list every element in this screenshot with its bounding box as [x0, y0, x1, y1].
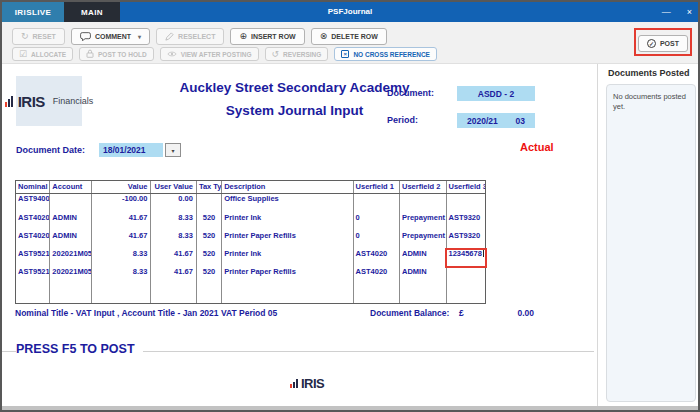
- reversing-button: ↺ REVERSING: [265, 47, 329, 61]
- table-cell[interactable]: AST4020: [353, 267, 399, 285]
- table-cell[interactable]: AST9521: [16, 249, 50, 267]
- active-edit-cell[interactable]: 12345678: [446, 249, 485, 267]
- allocate-icon: ☑: [19, 50, 27, 59]
- table-cell[interactable]: 8.33: [91, 267, 151, 285]
- insert-row-button[interactable]: ⊕ INSERT ROW: [230, 28, 304, 45]
- insert-row-icon: ⊕: [239, 32, 247, 41]
- table-header-row: NominalAccountValueUser ValueTax TypeDes…: [16, 181, 486, 194]
- table-cell[interactable]: Prepayment: [400, 231, 446, 249]
- currency-symbol: £: [459, 308, 464, 318]
- table-cell[interactable]: 0: [353, 213, 399, 231]
- sidebar-divider: [597, 64, 598, 410]
- table-cell[interactable]: AST4020: [16, 231, 50, 249]
- text-cursor: [483, 250, 484, 257]
- table-cell[interactable]: [196, 194, 221, 213]
- table-cell[interactable]: 520: [196, 249, 221, 267]
- document-label: Document:: [387, 88, 434, 98]
- reselect-button: RESELECT: [156, 28, 224, 45]
- table-cell[interactable]: 41.67: [151, 267, 196, 285]
- table-cell[interactable]: -100.00: [91, 194, 151, 213]
- reversing-icon: ↺: [272, 50, 280, 59]
- dropdown-arrow-icon: ▾: [171, 147, 174, 154]
- main-content: IRIS Financials Auckley Street Secondary…: [2, 64, 698, 410]
- reset-icon: ↻: [21, 32, 29, 41]
- iris-bars-icon: [5, 96, 13, 107]
- table-cell[interactable]: Office Supplies: [222, 194, 353, 213]
- column-header: Account: [50, 181, 91, 194]
- no-cross-reference-button[interactable]: × NO CROSS REFERENCE: [334, 47, 437, 61]
- document-balance-label: Document Balance:: [370, 308, 449, 318]
- table-cell[interactable]: [446, 194, 485, 213]
- table-cell[interactable]: ADMIN: [50, 213, 91, 231]
- table-cell[interactable]: AST4020: [16, 213, 50, 231]
- post-button[interactable]: ✓ POST: [638, 35, 688, 52]
- iris-footer-logo: IRIS: [290, 376, 324, 391]
- table-cell[interactable]: ADMIN: [400, 249, 446, 267]
- column-header: Userfield 1: [353, 181, 399, 194]
- post-to-hold-button: POST TO HOLD: [79, 47, 154, 61]
- table-row: AST4020ADMIN41.678.33520Printer Paper Re…: [16, 231, 486, 249]
- toolbar: ↻ RESET COMMENT ▾ RESELECT ⊕ INSERT ROW …: [2, 22, 698, 64]
- table-cell[interactable]: Printer Paper Refills: [222, 267, 353, 285]
- table-cell[interactable]: 8.33: [151, 213, 196, 231]
- documents-posted-title: Documents Posted: [608, 68, 690, 78]
- press-f5-message: PRESS F5 TO POST: [16, 342, 143, 356]
- table-cell[interactable]: AST9320: [446, 231, 485, 249]
- document-date-label: Document Date:: [16, 145, 85, 155]
- table-cell[interactable]: 520: [196, 213, 221, 231]
- table-cell[interactable]: ADMIN: [400, 267, 446, 285]
- comment-button[interactable]: COMMENT ▾: [71, 28, 150, 45]
- journal-table: NominalAccountValueUser ValueTax TypeDes…: [15, 180, 486, 304]
- delete-row-button[interactable]: ⊗ DELETE ROW: [311, 28, 387, 45]
- table-cell[interactable]: Printer Ink: [222, 213, 353, 231]
- close-button[interactable]: ×: [687, 8, 692, 17]
- table-cell[interactable]: 520: [196, 267, 221, 285]
- table-cell[interactable]: [353, 194, 399, 213]
- table-cell[interactable]: 0.00: [151, 194, 196, 213]
- table-row: AST9521202021M058.3341.67520Printer Pape…: [16, 267, 486, 285]
- status-badge: Actual: [520, 141, 554, 153]
- allocate-button: ☑ ALLOCATE: [12, 47, 73, 61]
- eye-icon: [167, 50, 177, 59]
- document-field[interactable]: ASDD - 2: [457, 86, 535, 101]
- table-cell[interactable]: Printer Paper Refills: [222, 231, 353, 249]
- document-balance-value: 0.00: [492, 308, 534, 318]
- table-cell[interactable]: 41.67: [91, 213, 151, 231]
- table-cell[interactable]: Printer Ink: [222, 249, 353, 267]
- iris-bars-icon: [290, 379, 298, 388]
- table-cell[interactable]: [50, 194, 91, 213]
- column-header: Nominal: [16, 181, 50, 194]
- table-row: AST9400-100.000.00Office Supplies: [16, 194, 486, 213]
- titlebar: PSFJournal IRISLIVE MAIN — ×: [2, 2, 698, 22]
- column-header: Description: [222, 181, 353, 194]
- table-cell[interactable]: 8.33: [91, 249, 151, 267]
- window-bottom-edge: [2, 406, 698, 410]
- column-header: Value: [91, 181, 151, 194]
- table-cell[interactable]: Prepayment: [400, 213, 446, 231]
- table-cell[interactable]: AST9521: [16, 267, 50, 285]
- table-cell[interactable]: 41.67: [91, 231, 151, 249]
- table-cell[interactable]: 0: [353, 231, 399, 249]
- table-cell[interactable]: 202021M05: [50, 249, 91, 267]
- table-cell[interactable]: 41.67: [151, 249, 196, 267]
- table-cell[interactable]: [446, 267, 485, 285]
- tab-main[interactable]: MAIN: [64, 2, 120, 22]
- psf-journal-window: PSFJournal IRISLIVE MAIN — × ↻ RESET COM…: [0, 0, 700, 412]
- document-date-dropdown[interactable]: ▾: [165, 143, 181, 157]
- document-date-field[interactable]: 18/01/2021: [99, 143, 163, 157]
- tab-irislive[interactable]: IRISLIVE: [2, 2, 64, 22]
- lock-icon: [86, 49, 94, 59]
- table-cell[interactable]: 8.33: [151, 231, 196, 249]
- table-cell[interactable]: 202021M05: [50, 267, 91, 285]
- comment-icon: [80, 32, 91, 42]
- period-field[interactable]: 2020/21 03: [457, 113, 535, 128]
- table-cell[interactable]: AST9320: [446, 213, 485, 231]
- table-cell[interactable]: AST4020: [353, 249, 399, 267]
- reset-button: ↻ RESET: [12, 28, 65, 45]
- table-cell[interactable]: 520: [196, 231, 221, 249]
- table-cell[interactable]: AST9400: [16, 194, 50, 213]
- period-year: 2020/21: [467, 116, 498, 126]
- table-cell[interactable]: ADMIN: [50, 231, 91, 249]
- table-cell[interactable]: [400, 194, 446, 213]
- minimize-button[interactable]: —: [662, 8, 671, 17]
